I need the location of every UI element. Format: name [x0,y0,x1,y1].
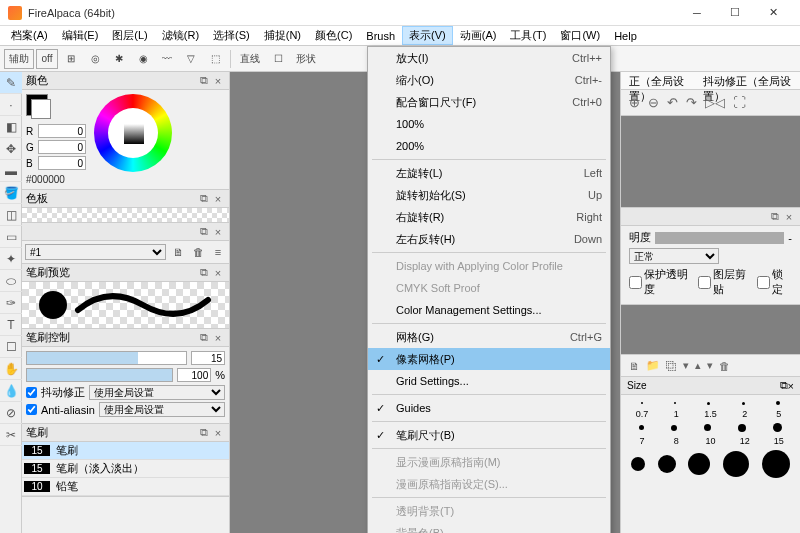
size-dot[interactable] [707,402,710,405]
size-dot[interactable] [688,453,710,475]
zoom-in-icon[interactable]: ⊕ [629,95,640,110]
menu-layer[interactable]: 图层(L) [105,26,154,45]
aa-check[interactable] [26,404,37,415]
panel-close-icon[interactable]: × [788,380,794,392]
panel-undock-icon[interactable]: ⧉ [197,74,211,87]
menu-snap[interactable]: 捕捉(N) [257,26,308,45]
jitter-check[interactable] [26,387,37,398]
fit-icon[interactable]: ⛶ [733,95,746,110]
panel-close-icon[interactable]: × [211,193,225,205]
tb-rect-icon[interactable]: ☐ [267,49,289,69]
flip-icon[interactable]: ▷◁ [705,95,725,110]
opacity-input[interactable] [177,368,211,382]
layer-opacity-slider[interactable] [655,232,784,244]
menu-tool[interactable]: 工具(T) [503,26,553,45]
color-wheel[interactable] [94,94,172,172]
lock-check[interactable] [757,276,770,289]
menu-anim[interactable]: 动画(A) [453,26,504,45]
menu-item[interactable]: Color Management Settings... [368,299,610,321]
size-dot[interactable] [776,401,780,405]
tb-vanish-icon[interactable]: ▽ [180,49,202,69]
menu-item[interactable]: 旋转初始化(S)Up [368,184,610,206]
tb-line[interactable]: 直线 [235,49,265,69]
menu-item[interactable]: 配合窗口尺寸(F)Ctrl+0 [368,91,610,113]
panel-close-icon[interactable]: × [211,267,225,279]
menu-item[interactable]: 200% [368,135,610,157]
hand-tool-icon[interactable]: ✋ [0,358,22,380]
duplicate-icon[interactable]: ⿻ [666,360,677,372]
zoom-out-icon[interactable]: ⊖ [648,95,659,110]
size-dot[interactable] [674,402,676,404]
menu-icon[interactable]: ≡ [210,244,226,260]
text-tool-icon[interactable]: T [0,314,22,336]
rotate-left-icon[interactable]: ↶ [667,95,678,110]
tb-3d-icon[interactable]: ⬚ [204,49,226,69]
close-button[interactable]: ✕ [754,0,792,26]
panel-undock-icon[interactable]: ⧉ [197,426,211,439]
size-dot[interactable] [641,402,643,404]
tb-spiral-icon[interactable]: ◉ [132,49,154,69]
tb-grid-icon[interactable]: ⊞ [60,49,82,69]
menu-brush[interactable]: Brush [359,28,402,44]
menu-item[interactable]: 右旋转(R)Right [368,206,610,228]
menu-edit[interactable]: 编辑(E) [55,26,106,45]
menu-filter[interactable]: 滤镜(R) [155,26,206,45]
navigator-view[interactable] [621,116,800,208]
brush-item[interactable]: 10铅笔 [22,478,229,496]
move-tool-icon[interactable]: ✥ [0,138,22,160]
panel-undock-icon[interactable]: ⧉ [197,225,211,238]
menu-color[interactable]: 颜色(C) [308,26,359,45]
size-dot[interactable] [723,451,749,477]
b-input[interactable] [38,156,86,170]
clip-layer-check[interactable] [698,276,711,289]
menu-file[interactable]: 档案(A) [4,26,55,45]
tb-curve-icon[interactable]: 〰 [156,49,178,69]
size-dot[interactable] [671,425,677,431]
menu-select[interactable]: 选择(S) [206,26,257,45]
menu-item[interactable]: ✓像素网格(P) [368,348,610,370]
menu-item[interactable]: 左右反转(H)Down [368,228,610,250]
menu-item[interactable]: Grid Settings... [368,370,610,392]
bucket-tool-icon[interactable]: 🪣 [0,182,22,204]
opacity-slider[interactable] [26,368,173,382]
menu-item[interactable]: ✓笔刷尺寸(B) [368,424,610,446]
color-swatch[interactable] [26,94,48,116]
rotate-right-icon[interactable]: ↷ [686,95,697,110]
select-pen-tool-icon[interactable]: ✑ [0,292,22,314]
fill-tool-icon[interactable]: ▬ [0,160,22,182]
tb-shape[interactable]: 形状 [291,49,321,69]
size-dot[interactable] [742,402,745,405]
r-input[interactable] [38,124,86,138]
brush-item[interactable]: 15笔刷（淡入淡出） [22,460,229,478]
tb-assist[interactable]: 辅助 [4,49,34,69]
panel-undock-icon[interactable]: ⧉ [197,331,211,344]
panel-undock-icon[interactable]: ⧉ [780,379,788,392]
menu-item[interactable]: 网格(G)Ctrl+G [368,326,610,348]
panel-undock-icon[interactable]: ⧉ [768,210,782,223]
menu-item[interactable]: ✓Guides [368,397,610,419]
jitter-select[interactable]: 使用全局设置 [89,385,225,400]
panel-close-icon[interactable]: × [211,427,225,439]
add-icon[interactable]: 🗎 [170,244,186,260]
nav-select[interactable]: #1 [25,244,166,260]
size-dot[interactable] [762,450,790,478]
aa-select[interactable]: 使用全局设置 [99,402,225,417]
panel-close-icon[interactable]: × [211,226,225,238]
divide-tool-icon[interactable]: ⊘ [0,402,22,424]
select-lasso-tool-icon[interactable]: ⬭ [0,270,22,292]
delete-layer-icon[interactable]: 🗑 [719,360,730,372]
up-icon[interactable]: ▴ [695,359,701,372]
blend-select[interactable]: 正常 [629,248,719,264]
g-input[interactable] [38,140,86,154]
panel-close-icon[interactable]: × [782,211,796,223]
size-dot[interactable] [738,424,746,432]
select-rect-tool-icon[interactable]: ▭ [0,226,22,248]
menu-item[interactable]: 缩小(O)Ctrl+- [368,69,610,91]
menu-item[interactable]: 左旋转(L)Left [368,162,610,184]
maximize-button[interactable]: ☐ [716,0,754,26]
brush-item[interactable]: 15笔刷 [22,442,229,460]
size-dot[interactable] [639,425,644,430]
size-dot[interactable] [658,455,676,473]
gradient-tool-icon[interactable]: ◫ [0,204,22,226]
panel-close-icon[interactable]: × [211,332,225,344]
